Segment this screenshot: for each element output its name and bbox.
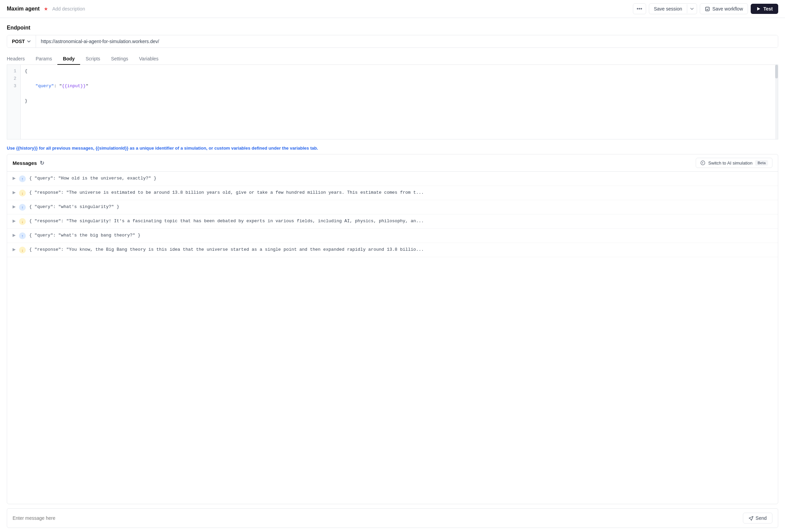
scrollbar-track[interactable] bbox=[775, 65, 778, 139]
svg-marker-1 bbox=[757, 7, 760, 11]
tab-headers[interactable]: Headers bbox=[7, 53, 30, 65]
message-type-down-icon: ↓ bbox=[19, 247, 26, 253]
message-content: { "query": "How old is the universe, exa… bbox=[29, 175, 772, 182]
tab-settings[interactable]: Settings bbox=[106, 53, 134, 65]
required-indicator: ★ bbox=[44, 6, 48, 12]
message-content: { "response": "The universe is estimated… bbox=[29, 189, 772, 196]
description-input[interactable]: Add description bbox=[52, 6, 85, 12]
info-bar: Use {{history}} for all previous message… bbox=[7, 142, 778, 154]
tab-variables[interactable]: Variables bbox=[134, 53, 164, 65]
scrollbar-thumb[interactable] bbox=[775, 65, 778, 78]
section-title: Endpoint bbox=[7, 25, 778, 31]
save-session-dropdown-button[interactable] bbox=[687, 4, 697, 13]
chevron-right-icon: ▶ bbox=[13, 176, 16, 180]
message-content: { "response": "The singularity! It's a f… bbox=[29, 218, 772, 225]
message-row[interactable]: ▶ ↓ { "response": "You know, the Big Ban… bbox=[7, 243, 778, 257]
message-row[interactable]: ▶ ↓ { "response": "The singularity! It's… bbox=[7, 214, 778, 229]
chevron-right-icon: ▶ bbox=[13, 204, 16, 209]
save-session-group: Save session bbox=[649, 3, 697, 14]
method-label: POST bbox=[12, 39, 25, 44]
tab-params[interactable]: Params bbox=[30, 53, 57, 65]
message-row[interactable]: ▶ ↑ { "query": "How old is the universe,… bbox=[7, 172, 778, 186]
message-type-up-icon: ↑ bbox=[19, 232, 26, 239]
svg-rect-0 bbox=[706, 7, 709, 11]
messages-header: Messages ↻ Switch to AI simulation Beta bbox=[7, 154, 778, 172]
header-actions: ••• Save session Save workflow Test bbox=[633, 3, 778, 14]
app-header: Maxim agent ★ Add description ••• Save s… bbox=[0, 0, 785, 18]
tab-scripts[interactable]: Scripts bbox=[80, 53, 106, 65]
code-editor[interactable]: 1 2 3 { "query": "{{input}}" } bbox=[7, 65, 778, 139]
message-row[interactable]: ▶ ↑ { "query": "what's the big bang theo… bbox=[7, 229, 778, 243]
message-type-down-icon: ↓ bbox=[19, 218, 26, 225]
message-content: { "query": "what's singularity?" } bbox=[29, 204, 772, 210]
message-content: { "response": "You know, the Big Bang th… bbox=[29, 246, 772, 253]
messages-title: Messages ↻ bbox=[13, 160, 44, 166]
test-label: Test bbox=[763, 6, 773, 12]
more-options-button[interactable]: ••• bbox=[633, 3, 646, 14]
send-label: Send bbox=[755, 515, 767, 521]
message-row[interactable]: ▶ ↑ { "query": "what's singularity?" } bbox=[7, 200, 778, 214]
messages-section: Messages ↻ Switch to AI simulation Beta … bbox=[7, 154, 778, 504]
tabs-bar: Headers Params Body Scripts Settings Var… bbox=[7, 53, 778, 65]
save-workflow-button[interactable]: Save workflow bbox=[700, 3, 748, 14]
message-text-input[interactable] bbox=[13, 515, 740, 521]
message-type-up-icon: ↑ bbox=[19, 175, 26, 182]
beta-badge: Beta bbox=[755, 160, 768, 166]
refresh-icon[interactable]: ↻ bbox=[40, 160, 44, 166]
save-workflow-label: Save workflow bbox=[712, 6, 743, 12]
endpoint-url-input[interactable] bbox=[36, 35, 778, 48]
message-type-down-icon: ↓ bbox=[19, 190, 26, 196]
main-content: Endpoint POST Headers Params Body Script… bbox=[0, 18, 785, 532]
switch-button-label: Switch to AI simulation bbox=[708, 160, 752, 166]
message-content: { "query": "what's the big bang theory?"… bbox=[29, 232, 772, 239]
send-button[interactable]: Send bbox=[743, 513, 772, 524]
chevron-right-icon: ▶ bbox=[13, 190, 16, 195]
chevron-right-icon: ▶ bbox=[13, 233, 16, 238]
chevron-right-icon: ▶ bbox=[13, 247, 16, 252]
line-numbers: 1 2 3 bbox=[7, 65, 21, 139]
switch-to-ai-simulation-button[interactable]: Switch to AI simulation Beta bbox=[696, 158, 772, 168]
chevron-right-icon: ▶ bbox=[13, 218, 16, 223]
save-session-button[interactable]: Save session bbox=[649, 4, 687, 14]
tab-body[interactable]: Body bbox=[57, 53, 80, 65]
message-row[interactable]: ▶ ↓ { "response": "The universe is estim… bbox=[7, 186, 778, 200]
test-button[interactable]: Test bbox=[751, 4, 778, 14]
code-content[interactable]: { "query": "{{input}}" } bbox=[21, 65, 778, 139]
method-select[interactable]: POST bbox=[7, 35, 36, 48]
message-input-area: Send bbox=[7, 508, 778, 528]
messages-list: ▶ ↑ { "query": "How old is the universe,… bbox=[7, 172, 778, 504]
message-type-up-icon: ↑ bbox=[19, 204, 26, 211]
app-title: Maxim agent bbox=[7, 6, 40, 12]
endpoint-row: POST bbox=[7, 35, 778, 48]
